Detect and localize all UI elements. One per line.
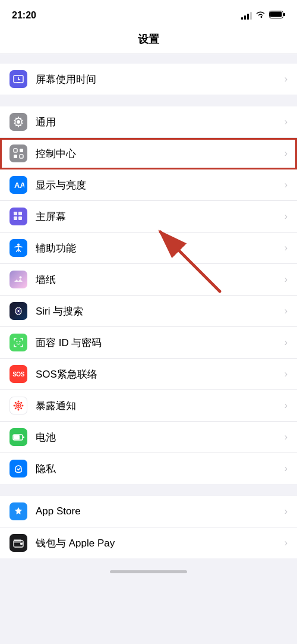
- control-center-label: 控制中心: [36, 147, 280, 161]
- svg-point-22: [17, 341, 18, 343]
- svg-rect-36: [14, 435, 20, 439]
- home-indicator-area: [0, 558, 297, 579]
- wallet-label: 钱包与 Apple Pay: [36, 536, 280, 550]
- appstore-chevron: ›: [285, 506, 287, 517]
- svg-point-32: [15, 407, 17, 409]
- svg-text:AA: AA: [14, 181, 24, 190]
- wallpaper-icon: [10, 271, 27, 288]
- accessibility-chevron: ›: [285, 243, 287, 253]
- svg-point-18: [20, 277, 22, 279]
- row-accessibility[interactable]: 辅助功能 ›: [0, 233, 297, 264]
- status-icons: [241, 10, 285, 21]
- svg-point-21: [18, 310, 20, 312]
- privacy-label: 隐私: [36, 462, 280, 476]
- svg-rect-16: [18, 216, 22, 220]
- siri-chevron: ›: [285, 306, 287, 316]
- svg-rect-8: [14, 149, 17, 152]
- general-icon: [10, 113, 27, 131]
- row-screen-time[interactable]: 屏幕使用时间 ›: [0, 64, 297, 95]
- wallet-icon: [10, 534, 27, 552]
- row-privacy[interactable]: 隐私 ›: [0, 453, 297, 484]
- row-sos[interactable]: SOS SOS紧急联络 ›: [0, 359, 297, 390]
- svg-point-23: [20, 341, 21, 343]
- exposure-icon: [10, 397, 27, 414]
- privacy-icon: [10, 460, 27, 477]
- row-exposure[interactable]: 暴露通知 ›: [0, 390, 297, 422]
- svg-point-30: [15, 402, 17, 404]
- svg-point-27: [18, 409, 20, 411]
- row-faceid[interactable]: 面容 ID 与密码 ›: [0, 327, 297, 359]
- svg-rect-11: [20, 155, 23, 158]
- home-screen-chevron: ›: [285, 211, 287, 222]
- svg-rect-38: [14, 539, 21, 542]
- svg-rect-10: [14, 155, 17, 158]
- display-label: 显示与亮度: [36, 178, 280, 192]
- siri-label: Siri 与搜索: [36, 304, 280, 318]
- sos-label: SOS紧急联络: [36, 367, 280, 381]
- row-siri[interactable]: Siri 与搜索 ›: [0, 296, 297, 327]
- faceid-icon: [10, 334, 27, 351]
- home-indicator: [110, 570, 187, 573]
- wifi-icon: [255, 10, 266, 21]
- svg-rect-14: [18, 212, 22, 215]
- row-display[interactable]: AA 显示与亮度 ›: [0, 169, 297, 201]
- svg-point-31: [20, 402, 22, 404]
- svg-rect-1: [283, 13, 285, 16]
- svg-point-29: [22, 405, 24, 407]
- wallet-chevron: ›: [285, 538, 287, 548]
- signal-icon: [241, 12, 252, 20]
- screentime-icon: [10, 70, 27, 88]
- status-bar: 21:20: [0, 0, 297, 26]
- section-2: 通用 › 控制中心 › AA 显示与亮度 ›: [0, 106, 297, 484]
- appstore-label: App Store: [36, 505, 280, 517]
- battery-row-icon: [10, 428, 27, 446]
- battery-label: 电池: [36, 431, 280, 444]
- control-center-chevron: ›: [285, 148, 287, 159]
- accessibility-icon: [10, 239, 27, 257]
- display-icon: AA: [10, 176, 27, 194]
- faceid-chevron: ›: [285, 337, 287, 348]
- general-chevron: ›: [285, 117, 287, 127]
- row-battery[interactable]: 电池 ›: [0, 422, 297, 453]
- svg-rect-13: [14, 212, 17, 215]
- accessibility-label: 辅助功能: [36, 241, 280, 255]
- svg-rect-39: [20, 543, 23, 545]
- home-screen-label: 主屏幕: [36, 210, 280, 224]
- general-label: 通用: [36, 115, 280, 129]
- battery-chevron: ›: [285, 432, 287, 442]
- svg-point-17: [17, 244, 20, 246]
- sos-chevron: ›: [285, 369, 287, 379]
- screentime-label: 屏幕使用时间: [36, 73, 280, 86]
- control-center-icon: [10, 144, 27, 162]
- screentime-chevron: ›: [285, 74, 287, 84]
- section-3: App Store › 钱包与 Apple Pay ›: [0, 496, 297, 558]
- row-wallpaper[interactable]: 墙纸 ›: [0, 264, 297, 296]
- svg-rect-2: [270, 12, 282, 17]
- wallpaper-chevron: ›: [285, 274, 287, 285]
- svg-point-28: [14, 405, 15, 407]
- row-appstore[interactable]: App Store ›: [0, 496, 297, 527]
- exposure-chevron: ›: [285, 400, 287, 411]
- home-screen-icon: [10, 208, 27, 225]
- status-time: 21:20: [12, 10, 36, 21]
- svg-point-7: [17, 120, 20, 124]
- row-home-screen[interactable]: 主屏幕 ›: [0, 201, 297, 233]
- svg-rect-35: [23, 436, 25, 438]
- svg-point-25: [17, 404, 20, 407]
- svg-rect-15: [14, 216, 17, 220]
- page-title: 设置: [0, 26, 297, 54]
- faceid-label: 面容 ID 与密码: [36, 336, 280, 350]
- battery-icon: [269, 10, 285, 21]
- row-control-center[interactable]: 控制中心 ›: [0, 138, 297, 169]
- row-general[interactable]: 通用 ›: [0, 106, 297, 138]
- row-wallet[interactable]: 钱包与 Apple Pay ›: [0, 527, 297, 558]
- svg-rect-9: [20, 149, 23, 152]
- siri-icon: [10, 302, 27, 320]
- wallpaper-label: 墙纸: [36, 273, 280, 287]
- appstore-icon: [10, 502, 27, 520]
- privacy-chevron: ›: [285, 463, 287, 474]
- section-1: 屏幕使用时间 ›: [0, 64, 297, 95]
- display-chevron: ›: [285, 180, 287, 190]
- exposure-label: 暴露通知: [36, 399, 280, 413]
- svg-point-26: [18, 401, 20, 403]
